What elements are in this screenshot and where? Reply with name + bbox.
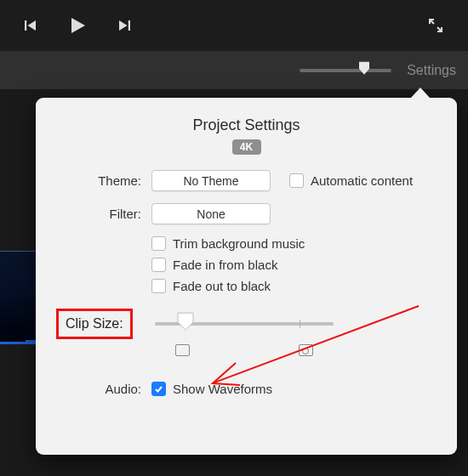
fade-out-label: Fade out to black (173, 279, 271, 293)
zoom-slider-knob[interactable] (357, 60, 371, 77)
filter-label: Filter: (56, 207, 151, 221)
trim-music-label: Trim background music (173, 236, 305, 251)
svg-rect-0 (25, 20, 26, 31)
next-icon[interactable] (117, 19, 131, 32)
clip-size-label: Clip Size: (56, 309, 133, 339)
timeline-toolbar: Settings (0, 51, 468, 89)
small-thumb-icon (175, 344, 190, 356)
filter-dropdown[interactable]: None (151, 203, 271, 224)
clip-size-icons (175, 344, 437, 356)
resolution-badge: 4K (232, 139, 261, 155)
project-settings-popover: Project Settings 4K Theme: No Theme Auto… (36, 98, 457, 455)
fade-in-checkbox[interactable] (151, 258, 166, 272)
trim-music-checkbox[interactable] (151, 236, 166, 251)
zoom-slider[interactable] (300, 69, 391, 72)
show-waveforms-checkbox[interactable] (151, 382, 166, 396)
settings-button[interactable]: Settings (407, 63, 459, 78)
clip-size-knob[interactable] (176, 311, 195, 334)
theme-label: Theme: (56, 173, 151, 188)
show-waveforms-label: Show Waveforms (173, 382, 272, 396)
svg-rect-4 (128, 20, 130, 31)
fullscreen-icon[interactable] (427, 17, 444, 34)
fade-in-label: Fade in from black (173, 258, 277, 272)
svg-marker-2 (71, 18, 85, 33)
svg-marker-3 (119, 20, 128, 31)
playback-bar (0, 0, 468, 51)
popover-title: Project Settings (56, 116, 437, 134)
timeline-clip-thumb[interactable] (0, 251, 36, 344)
clip-size-slider[interactable] (155, 322, 334, 326)
automatic-content-label: Automatic content (311, 173, 413, 188)
fade-out-checkbox[interactable] (151, 279, 166, 293)
theme-dropdown[interactable]: No Theme (151, 170, 271, 191)
audio-label: Audio: (56, 382, 151, 396)
prev-icon[interactable] (24, 19, 37, 32)
svg-marker-1 (28, 20, 37, 31)
play-icon[interactable] (68, 16, 87, 35)
large-thumb-icon (299, 344, 313, 356)
play-controls (24, 16, 131, 35)
automatic-content-checkbox[interactable] (289, 173, 304, 188)
